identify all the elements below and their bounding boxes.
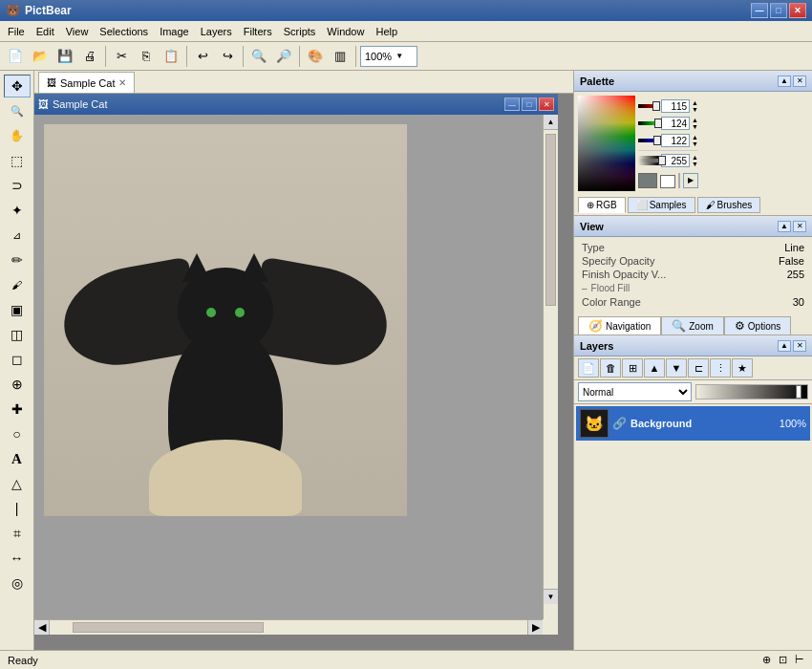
layer-options-button[interactable]: ⋮	[710, 358, 731, 378]
menu-layers[interactable]: Layers	[195, 24, 238, 39]
menu-view[interactable]: View	[60, 24, 95, 39]
move-layer-up-button[interactable]: ▲	[644, 358, 665, 378]
horizontal-scrollbar[interactable]: ◀ ▶	[34, 619, 543, 635]
alpha-slider[interactable]	[638, 156, 659, 165]
clone-tool[interactable]: ⊕	[4, 373, 31, 396]
colors-button[interactable]: 🎨	[304, 45, 327, 68]
menu-filters[interactable]: Filters	[238, 24, 278, 39]
scroll-down-button[interactable]: ▼	[544, 589, 558, 604]
cut-button[interactable]: ✂	[110, 45, 133, 68]
tab-rgb[interactable]: ⊕ RGB	[578, 197, 626, 213]
vertical-scrollbar[interactable]: ▲ ▼	[543, 115, 558, 619]
tab-zoom[interactable]: 🔍 Zoom	[661, 316, 724, 334]
color-options-button[interactable]: ▶	[683, 173, 698, 188]
blue-value-input[interactable]	[661, 134, 690, 147]
red-value-input[interactable]	[661, 99, 690, 113]
tab-samples[interactable]: ⬜ Samples	[628, 197, 695, 213]
tab-options[interactable]: ⚙ Options	[724, 316, 791, 334]
blue-slider[interactable]	[638, 136, 659, 145]
blue-spin-button[interactable]: ▲▼	[692, 134, 698, 147]
palette-close-button[interactable]: ✕	[793, 76, 806, 87]
inner-close-button[interactable]: ✕	[539, 97, 554, 111]
selection-rect-tool[interactable]: ⬚	[4, 149, 31, 172]
tab-close-button[interactable]: ✕	[118, 77, 126, 88]
opacity-slider[interactable]	[695, 384, 809, 399]
canvas-image[interactable]	[44, 124, 407, 516]
scroll-left-button[interactable]: ◀	[34, 620, 50, 635]
palette-header[interactable]: Palette ▲ ✕	[574, 71, 812, 92]
menu-help[interactable]: Help	[370, 24, 403, 39]
color-spectrum[interactable]	[578, 96, 635, 191]
zoom-dropdown-icon[interactable]: ▼	[395, 52, 403, 60]
red-spin-button[interactable]: ▲▼	[692, 99, 698, 113]
lasso-tool[interactable]: ⊃	[4, 174, 31, 197]
alpha-spin-button[interactable]: ▲▼	[692, 154, 698, 167]
zoom-tool[interactable]: 🔍	[4, 99, 31, 122]
paste-button[interactable]: 📋	[160, 45, 182, 68]
green-value-input[interactable]	[661, 117, 690, 130]
shape-tool[interactable]: △	[4, 472, 31, 495]
background-color-swatch[interactable]	[660, 175, 675, 188]
menu-image[interactable]: Image	[154, 24, 195, 39]
menu-window[interactable]: Window	[321, 24, 370, 39]
brush-tool[interactable]: 🖌	[4, 273, 31, 296]
view-header[interactable]: View ▲ ✕	[574, 216, 812, 237]
magic-wand-tool[interactable]: ✦	[4, 199, 31, 222]
view-minimize-button[interactable]: ▲	[778, 221, 791, 232]
inner-minimize-button[interactable]: —	[504, 97, 520, 111]
view-close-button[interactable]: ✕	[793, 221, 806, 232]
maximize-button[interactable]: □	[770, 3, 787, 18]
new-layer-button[interactable]: 📄	[578, 358, 599, 378]
move-layer-down-button[interactable]: ▼	[666, 358, 687, 378]
menu-file[interactable]: File	[2, 24, 31, 39]
minimize-button[interactable]: —	[751, 3, 768, 18]
zoom-in-button[interactable]: 🔍	[247, 45, 270, 68]
eyedropper-tool[interactable]: ⊿	[4, 224, 31, 247]
gradient-tool[interactable]: ◫	[4, 323, 31, 346]
red-slider[interactable]	[638, 101, 659, 111]
scroll-right-button[interactable]: ▶	[527, 620, 543, 635]
tab-navigation[interactable]: 🧭 Navigation	[578, 316, 661, 334]
palette-minimize-button[interactable]: ▲	[778, 76, 791, 87]
redo-button[interactable]: ↪	[216, 45, 239, 68]
menu-scripts[interactable]: Scripts	[278, 24, 322, 39]
vertical-scroll-thumb[interactable]	[545, 134, 556, 306]
copy-button[interactable]: ⎘	[135, 45, 158, 68]
layers-close-button[interactable]: ✕	[793, 340, 806, 352]
heal-tool[interactable]: ✚	[4, 398, 31, 421]
layer-effects-button[interactable]: ★	[732, 358, 753, 378]
fill-button[interactable]: ▥	[329, 45, 352, 68]
merge-layers-button[interactable]: ⊏	[688, 358, 709, 378]
opacity-thumb[interactable]	[796, 385, 801, 399]
green-spin-button[interactable]: ▲▼	[692, 117, 698, 130]
delete-layer-button[interactable]: 🗑	[600, 358, 621, 378]
line-tool[interactable]: |	[4, 497, 31, 520]
eraser-tool[interactable]: ◻	[4, 348, 31, 371]
green-slider[interactable]	[638, 119, 659, 128]
save-button[interactable]: 💾	[53, 45, 76, 68]
tab-brushes[interactable]: 🖌 Brushes	[697, 197, 761, 213]
foreground-color-swatch[interactable]	[638, 173, 657, 188]
duplicate-layer-button[interactable]: ⊞	[622, 358, 643, 378]
measure-tool[interactable]: ↔	[4, 547, 31, 570]
print-button[interactable]: 🖨	[78, 45, 101, 68]
new-button[interactable]: 📄	[4, 45, 27, 68]
layers-header[interactable]: Layers ▲ ✕	[574, 335, 812, 356]
scroll-up-button[interactable]: ▲	[544, 115, 558, 130]
text-tool[interactable]: A	[4, 447, 31, 470]
menu-edit[interactable]: Edit	[31, 24, 60, 39]
blend-mode-select[interactable]: Normal Multiply Screen	[578, 382, 692, 401]
hand-tool[interactable]: ✋	[4, 124, 31, 147]
undo-button[interactable]: ↩	[191, 45, 214, 68]
horizontal-scroll-thumb[interactable]	[73, 622, 264, 633]
pencil-tool[interactable]: ✏	[4, 248, 31, 271]
spot-tool[interactable]: ◎	[4, 572, 31, 594]
crop-tool[interactable]: ⌗	[4, 522, 31, 545]
burn-tool[interactable]: ○	[4, 422, 31, 445]
paint-bucket-tool[interactable]: ▣	[4, 298, 31, 321]
zoom-out-button[interactable]: 🔎	[272, 45, 295, 68]
layer-row-background[interactable]: 🐱 🔗 Background 100%	[576, 406, 810, 441]
layers-minimize-button[interactable]: ▲	[778, 340, 791, 352]
inner-restore-button[interactable]: □	[522, 97, 537, 111]
open-button[interactable]: 📂	[29, 45, 52, 68]
